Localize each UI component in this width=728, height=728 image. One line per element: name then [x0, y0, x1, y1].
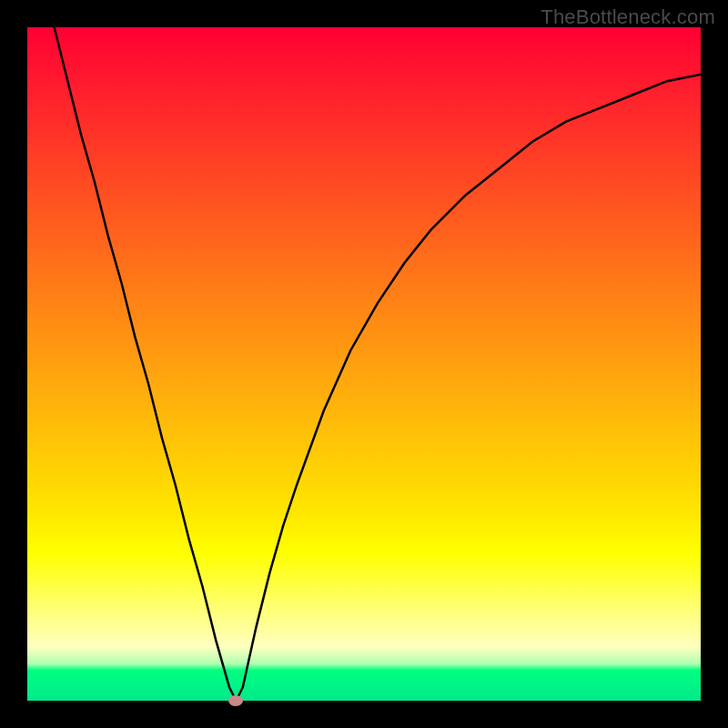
minimum-marker — [228, 695, 243, 706]
chart-container: TheBottleneck.com — [0, 0, 728, 728]
watermark-text: TheBottleneck.com — [541, 5, 715, 29]
curve-svg — [27, 27, 701, 701]
plot-area — [27, 27, 701, 701]
bottleneck-curve — [55, 27, 701, 701]
